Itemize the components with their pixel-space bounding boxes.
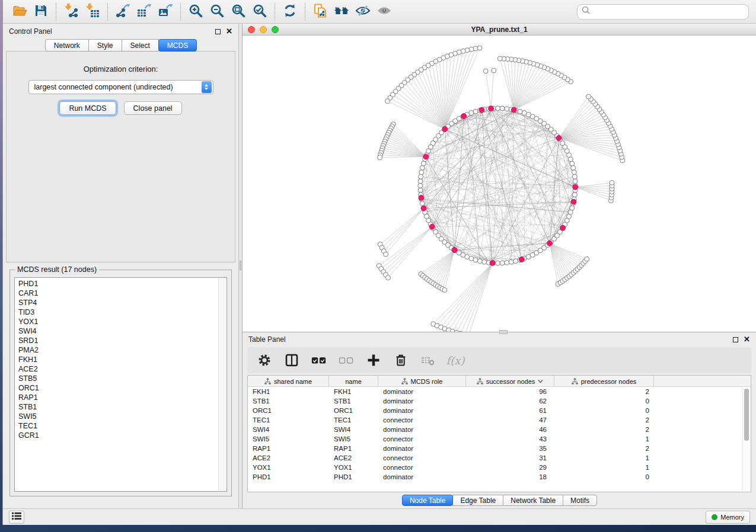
graph-node[interactable] bbox=[420, 165, 425, 170]
table-row[interactable]: TEC1TEC1connector472 bbox=[248, 415, 751, 425]
checked-boxes-icon[interactable] bbox=[311, 352, 327, 368]
export-network-button[interactable] bbox=[112, 2, 133, 21]
table-row[interactable]: ORC1ORC1dominator610 bbox=[248, 406, 751, 415]
graph-node-mcds[interactable] bbox=[547, 241, 553, 246]
graph-node[interactable] bbox=[496, 106, 500, 111]
graph-node[interactable] bbox=[509, 259, 513, 264]
search-box[interactable] bbox=[577, 4, 749, 20]
graph-node[interactable] bbox=[571, 165, 576, 170]
column-header-predecessor-nodes[interactable]: predecessor nodes bbox=[554, 376, 654, 387]
graph-node[interactable] bbox=[513, 259, 518, 264]
tab-mcds[interactable]: MCDS bbox=[158, 39, 197, 52]
mcds-result-item[interactable]: STP4 bbox=[15, 298, 227, 307]
mcds-result-item[interactable]: ORC1 bbox=[15, 383, 227, 393]
graph-node[interactable] bbox=[420, 201, 425, 206]
mcds-result-item[interactable]: GCR1 bbox=[15, 431, 227, 440]
table-row[interactable]: PHD1PHD1dominator180 bbox=[248, 472, 751, 482]
graph-node-mcds[interactable] bbox=[479, 107, 484, 113]
graph-node[interactable] bbox=[384, 252, 388, 257]
graph-node[interactable] bbox=[497, 56, 502, 61]
node-table[interactable]: shared namenameMCDS rolesuccessor nodesp… bbox=[247, 375, 751, 492]
graph-node[interactable] bbox=[505, 107, 509, 111]
graph-node[interactable] bbox=[572, 170, 576, 175]
graph-node-mcds[interactable] bbox=[556, 136, 562, 141]
table-row[interactable]: SWI4SWI4dominator462 bbox=[248, 425, 751, 434]
graph-node[interactable] bbox=[385, 99, 390, 104]
horizontal-splitter-grip[interactable] bbox=[499, 330, 508, 334]
graph-node-mcds[interactable] bbox=[429, 224, 435, 229]
mcds-result-item[interactable]: SWI4 bbox=[15, 326, 227, 336]
float-table-panel-icon[interactable] bbox=[733, 337, 738, 342]
run-mcds-button[interactable]: Run MCDS bbox=[59, 101, 116, 115]
list-button[interactable] bbox=[9, 511, 24, 524]
table-row[interactable]: SWI5SWI5connector431 bbox=[248, 434, 751, 444]
mcds-result-item[interactable]: FKH1 bbox=[15, 355, 227, 364]
graph-node[interactable] bbox=[492, 68, 496, 73]
tab-network-table[interactable]: Network Table bbox=[503, 495, 563, 506]
graph-node[interactable] bbox=[386, 275, 391, 280]
graph-node[interactable] bbox=[418, 179, 423, 184]
graph-node[interactable] bbox=[378, 155, 382, 160]
export-table-button[interactable] bbox=[133, 2, 155, 21]
minimize-window-icon[interactable] bbox=[260, 26, 267, 33]
gear-icon[interactable] bbox=[257, 352, 272, 368]
graph-node-mcds[interactable] bbox=[490, 261, 495, 266]
import-table-button[interactable] bbox=[82, 2, 103, 21]
graph-node-mcds[interactable] bbox=[452, 247, 457, 252]
tab-network[interactable]: Network bbox=[45, 39, 89, 52]
list-scrollbar[interactable] bbox=[218, 278, 226, 491]
graph-node-mcds[interactable] bbox=[573, 184, 578, 190]
mcds-result-item[interactable]: ACE2 bbox=[15, 364, 227, 374]
mcds-result-item[interactable]: STB5 bbox=[15, 374, 227, 383]
graph-node[interactable] bbox=[496, 261, 500, 265]
graph-node-mcds[interactable] bbox=[560, 225, 566, 230]
graph-node[interactable] bbox=[586, 94, 591, 99]
close-panel-icon[interactable]: ✕ bbox=[226, 28, 232, 34]
open-button[interactable] bbox=[9, 2, 30, 21]
graph-node[interactable] bbox=[419, 174, 423, 179]
graph-node[interactable] bbox=[418, 188, 423, 193]
network-graph-svg[interactable] bbox=[243, 36, 756, 332]
graph-node-mcds[interactable] bbox=[571, 199, 576, 204]
maximize-window-icon[interactable] bbox=[272, 26, 279, 33]
search-input[interactable] bbox=[591, 6, 744, 18]
export-image-button[interactable] bbox=[155, 2, 176, 21]
graph-node[interactable] bbox=[500, 106, 505, 111]
table-row[interactable]: ACE2ACE2connector311 bbox=[248, 453, 751, 463]
graph-node[interactable] bbox=[421, 161, 426, 166]
network-canvas[interactable] bbox=[243, 36, 756, 332]
share-document-button[interactable] bbox=[310, 2, 331, 21]
save-button[interactable] bbox=[30, 2, 52, 21]
graph-node[interactable] bbox=[482, 259, 487, 264]
show-all-button[interactable] bbox=[374, 2, 395, 21]
close-window-icon[interactable] bbox=[248, 26, 255, 33]
float-panel-icon[interactable] bbox=[215, 29, 221, 34]
graph-node[interactable] bbox=[518, 109, 522, 114]
graph-node-mcds[interactable] bbox=[423, 154, 429, 159]
graph-node[interactable] bbox=[610, 180, 614, 185]
graph-node[interactable] bbox=[442, 288, 447, 293]
table-row[interactable]: STB1STB1dominator620 bbox=[248, 396, 751, 406]
column-header-shared-name[interactable]: shared name bbox=[248, 376, 329, 387]
tab-style[interactable]: Style bbox=[88, 39, 122, 52]
mcds-result-item[interactable]: YOX1 bbox=[15, 317, 227, 326]
mcds-result-item[interactable]: TEC1 bbox=[15, 421, 227, 431]
mcds-result-item[interactable]: STB1 bbox=[15, 402, 227, 412]
graph-node[interactable] bbox=[572, 193, 577, 197]
tab-edge-table[interactable]: Edge Table bbox=[452, 495, 503, 506]
tab-node-table[interactable]: Node Table bbox=[402, 495, 454, 506]
close-table-panel-icon[interactable]: ✕ bbox=[744, 336, 750, 342]
plus-icon[interactable] bbox=[366, 352, 381, 368]
graph-node[interactable] bbox=[505, 260, 509, 265]
graph-node-mcds[interactable] bbox=[442, 126, 448, 132]
hide-selected-button[interactable] bbox=[352, 2, 374, 21]
graph-node[interactable] bbox=[585, 257, 589, 261]
graph-node[interactable] bbox=[570, 206, 575, 210]
panel-splitter[interactable] bbox=[238, 24, 243, 508]
graph-node-mcds[interactable] bbox=[419, 196, 424, 201]
mcds-result-item[interactable]: TID3 bbox=[15, 307, 227, 317]
column-header-successor-nodes[interactable]: successor nodes bbox=[466, 376, 554, 387]
table-row[interactable]: YOX1YOX1connector291 bbox=[248, 463, 751, 472]
mcds-result-list[interactable]: PHD1CAR1STP4TID3YOX1SWI4SRD1PMA2FKH1ACE2… bbox=[14, 277, 227, 492]
delete-column-icon[interactable] bbox=[420, 352, 436, 368]
